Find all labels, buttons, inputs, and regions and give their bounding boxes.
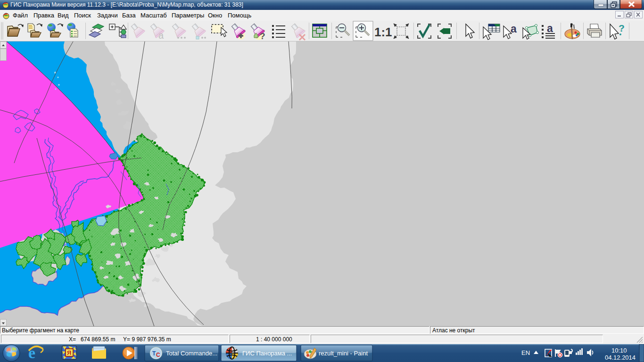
svg-text:T: T: [152, 350, 156, 357]
svg-text:Total Commande...: Total Commande...: [166, 350, 217, 357]
svg-text:rezult_mini - Paint: rezult_mini - Paint: [319, 350, 368, 357]
svg-text:1:1: 1:1: [374, 25, 392, 39]
svg-text:a: a: [158, 30, 164, 41]
svg-text:Я: Я: [67, 349, 71, 356]
svg-text:?: ?: [260, 31, 265, 41]
svg-text:10:10: 10:10: [611, 347, 627, 354]
svg-text:ГИС Панорама ...: ГИС Панорама ...: [242, 350, 292, 357]
svg-text:04.12.2014: 04.12.2014: [605, 354, 636, 361]
svg-text:a: a: [547, 22, 553, 34]
svg-text:?: ?: [619, 23, 625, 33]
svg-text:a: a: [511, 23, 517, 35]
svg-text:C: C: [156, 352, 160, 358]
svg-text:EN: EN: [521, 349, 530, 356]
